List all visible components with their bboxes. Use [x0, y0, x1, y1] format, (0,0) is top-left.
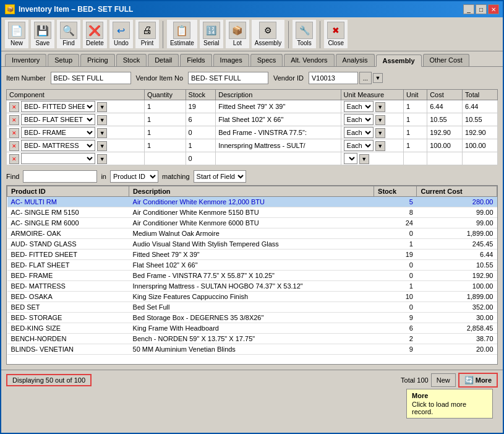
- close-button[interactable]: ✖ Close: [324, 20, 348, 48]
- comp-row4-remove-button[interactable]: ✕: [9, 141, 19, 151]
- lookup-row[interactable]: AUD- STAND GLASSAudio Visual Stand With …: [7, 239, 497, 250]
- comp-header-stock: Stock: [186, 90, 216, 100]
- lot-label: Lot: [233, 40, 242, 46]
- comp-row1-dropdown[interactable]: ▼: [97, 102, 107, 112]
- lookup-row[interactable]: BED SETBed Set Full0352.00: [7, 302, 497, 313]
- lookup-row[interactable]: BED- OSAKAKing Size Features Cappuccino …: [7, 292, 497, 302]
- window-close-button[interactable]: ✕: [488, 4, 499, 14]
- more-button[interactable]: 🔄 More: [458, 373, 498, 388]
- undo-icon: ↩: [113, 22, 130, 39]
- comp-row2-total: 10.55: [463, 113, 498, 126]
- comp-row3-unit-measure-select[interactable]: Each: [344, 127, 374, 138]
- comp-header-quantity: Quantity: [144, 90, 186, 100]
- minimize-button[interactable]: _: [463, 4, 474, 14]
- lookup-row[interactable]: BED- MATTRESSInnerspring Mattress - SULT…: [7, 281, 497, 292]
- comp-row2-remove-button[interactable]: ✕: [9, 115, 19, 125]
- lookup-row[interactable]: ARMOIRE- OAKMedium Walnut Oak Armoire01,…: [7, 228, 497, 239]
- lookup-row[interactable]: BED-KING SIZEKing Frame With Headboard62…: [7, 323, 497, 334]
- comp-row2-stock: 6: [186, 113, 216, 126]
- lookup-table-container[interactable]: Product ID Description Stock Current Cos…: [6, 185, 498, 365]
- tab-specs[interactable]: Specs: [250, 54, 283, 66]
- tab-pricing[interactable]: Pricing: [80, 54, 115, 66]
- comp-row2-unit-dropdown[interactable]: ▼: [375, 115, 385, 125]
- vendor-id-dropdown-button[interactable]: ▼: [373, 73, 383, 83]
- lookup-cell-stock: 2: [374, 334, 417, 344]
- tab-analysis[interactable]: Analysis: [336, 54, 375, 66]
- comp-row4-unit-dropdown[interactable]: ▼: [375, 141, 385, 151]
- tab-detail[interactable]: Detail: [148, 54, 179, 66]
- comp-row5-component: ✕ ▼: [7, 152, 145, 165]
- vendor-item-no-input[interactable]: [188, 72, 268, 84]
- comp-row4-dropdown[interactable]: ▼: [97, 141, 107, 151]
- comp-row5-dropdown[interactable]: ▼: [97, 154, 107, 164]
- tab-alt-vendors[interactable]: Alt. Vendors: [284, 54, 334, 66]
- tab-fields[interactable]: Fields: [180, 54, 211, 66]
- print-button[interactable]: 🖨 Print: [135, 20, 159, 48]
- comp-row4-select[interactable]: BED- MATTRESS: [21, 140, 95, 151]
- lookup-row[interactable]: BLINDS- VENETIAN50 MM Aluminium Venetian…: [7, 344, 497, 355]
- comp-row1-unit-dropdown[interactable]: ▼: [375, 102, 385, 112]
- lookup-cell-description: Bed Frame - VINSTRA 77.5" X 55.87" X 10.…: [129, 271, 374, 281]
- lookup-row[interactable]: AC- SINGLE RM 5150Air Conditioner White …: [7, 207, 497, 218]
- find-field-select[interactable]: Product ID Description Vendor ID: [110, 170, 158, 183]
- find-matching-select[interactable]: Start of Field Any Part Exact Match: [194, 170, 246, 183]
- comp-row3-select[interactable]: BED- FRAME: [21, 127, 95, 138]
- comp-row2-unit-measure-select[interactable]: Each: [344, 114, 374, 125]
- undo-button[interactable]: ↩ Undo: [109, 20, 133, 48]
- find-input[interactable]: [23, 170, 97, 183]
- new-button[interactable]: 📄 New: [5, 20, 28, 48]
- comp-row2-dropdown[interactable]: ▼: [97, 115, 107, 125]
- comp-row1-remove-button[interactable]: ✕: [9, 102, 19, 112]
- comp-row3-component: ✕ BED- FRAME ▼: [7, 126, 145, 139]
- comp-row5-select[interactable]: [21, 153, 95, 164]
- comp-row3-unit-dropdown[interactable]: ▼: [375, 128, 385, 138]
- lookup-header-description: Description: [129, 186, 374, 197]
- estimate-icon: 📋: [173, 22, 190, 39]
- title-bar-left: 📦 Inventory Item – BED- SET FULL: [5, 4, 133, 14]
- lookup-row[interactable]: BED- FLAT SHEETFlat Sheet 102" X 66"010.…: [7, 260, 497, 271]
- comp-row1-unit-measure-select[interactable]: Each: [344, 101, 374, 112]
- lookup-row[interactable]: BED- FITTED SHEETFitted Sheet 79" X 39"1…: [7, 250, 497, 260]
- lot-button[interactable]: 📦 Lot: [226, 20, 249, 48]
- tab-assembly[interactable]: Assembly: [376, 54, 422, 67]
- title-controls: _ □ ✕: [463, 4, 499, 14]
- lookup-row[interactable]: BED- FRAMEBed Frame - VINSTRA 77.5" X 55…: [7, 271, 497, 281]
- comp-row1-select[interactable]: BED- FITTED SHEET: [21, 101, 95, 112]
- tab-setup[interactable]: Setup: [48, 54, 79, 66]
- vendor-id-input[interactable]: [309, 72, 358, 84]
- lookup-cell-description: Innerspring Mattress - SULTAN HOGBO 74.3…: [129, 281, 374, 292]
- comp-row3-remove-button[interactable]: ✕: [9, 128, 19, 138]
- vendor-id-lookup-button[interactable]: ...: [359, 72, 372, 84]
- assembly-toolbar-button[interactable]: ⚙ Assembly: [252, 20, 284, 48]
- comp-row5-unit-measure: ▼: [341, 152, 403, 165]
- tab-other-cost[interactable]: Other Cost: [423, 54, 469, 66]
- comp-row5-unit-dropdown[interactable]: ▼: [359, 154, 369, 164]
- status-bar: Displaying 50 out of 100 Total 100 New 🔄…: [1, 370, 503, 390]
- comp-row1-cost: 6.44: [427, 100, 463, 113]
- comp-row5-unit-measure-select[interactable]: [344, 153, 357, 164]
- lookup-row[interactable]: AC- MULTI RMAir Conditioner White Kenmor…: [7, 197, 497, 207]
- comp-row3-stock: 0: [186, 126, 216, 139]
- estimate-button[interactable]: 📋 Estimate: [167, 20, 197, 48]
- lookup-cell-cost: 2,858.45: [417, 323, 497, 334]
- print-label: Print: [141, 40, 154, 46]
- tab-images[interactable]: Images: [213, 54, 249, 66]
- lookup-row[interactable]: BED- STORAGEBed Storage Box - DEGERNES 3…: [7, 313, 497, 323]
- comp-row2-select[interactable]: BED- FLAT SHEET: [21, 114, 95, 125]
- comp-row4-unit-measure-select[interactable]: Each: [344, 140, 374, 151]
- tools-button[interactable]: 🔧 Tools: [293, 20, 316, 48]
- item-number-input[interactable]: [51, 72, 131, 84]
- find-button[interactable]: 🔍 Find: [57, 20, 80, 48]
- new-status-button[interactable]: New: [431, 373, 456, 387]
- comp-row5-remove-button[interactable]: ✕: [9, 154, 19, 164]
- save-button[interactable]: 💾 Save: [31, 20, 54, 48]
- tab-stock[interactable]: Stock: [116, 54, 147, 66]
- maximize-button[interactable]: □: [476, 4, 487, 14]
- comp-header-total: Total: [463, 90, 498, 100]
- tab-inventory[interactable]: Inventory: [5, 54, 46, 66]
- serial-button[interactable]: 🔢 Serial: [200, 20, 223, 48]
- delete-button[interactable]: ❌ Delete: [83, 20, 107, 48]
- comp-row3-dropdown[interactable]: ▼: [97, 128, 107, 138]
- lookup-row[interactable]: AC- SINGLE RM 6000Air Conditioner White …: [7, 218, 497, 228]
- lookup-row[interactable]: BENCH-NORDENBench - NORDEN 59" X 13.75" …: [7, 334, 497, 344]
